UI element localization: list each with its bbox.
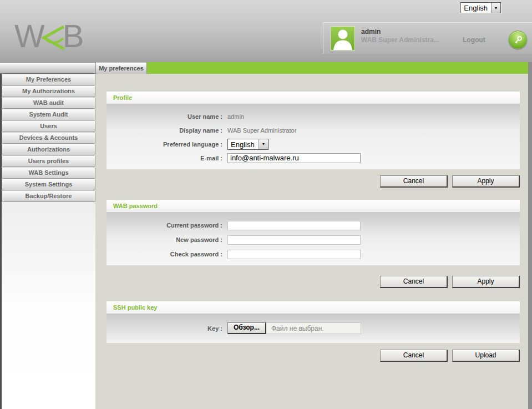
email-input[interactable]	[227, 153, 361, 163]
ssh-key-section-title: SSH public key	[107, 301, 520, 314]
wab-password-section: WAB password Current password : New pass…	[107, 200, 520, 265]
display-name-value: WAB Super Administrator	[227, 127, 296, 134]
current-password-label: Current password :	[107, 222, 227, 229]
key-icon	[513, 34, 524, 46]
sidebar-item-devices-accounts[interactable]: Devices & Accounts	[2, 132, 95, 144]
current-password-input[interactable]	[227, 221, 361, 230]
password-apply-button[interactable]: Apply	[452, 276, 520, 288]
logout-link[interactable]: Logout	[463, 36, 485, 44]
browse-button[interactable]: Обзор...	[227, 322, 266, 334]
avatar	[331, 26, 355, 51]
sidebar-item-wab-settings[interactable]: WAB Settings	[2, 167, 95, 179]
sidebar-item-authorizations[interactable]: Authorizations	[2, 144, 95, 155]
key-button[interactable]	[509, 31, 527, 49]
sidebar-item-system-settings[interactable]: System Settings	[2, 179, 95, 190]
person-icon	[331, 27, 354, 50]
wab-logo: W B	[14, 20, 83, 52]
sidebar-item-backup-restore[interactable]: Backup/Restore	[2, 190, 95, 202]
language-select-value: English	[461, 3, 491, 13]
ssh-upload-button[interactable]: Upload	[452, 350, 520, 362]
check-password-input[interactable]	[227, 250, 361, 259]
user-name-value: admin	[227, 113, 244, 120]
profile-cancel-button[interactable]: Cancel	[380, 175, 448, 188]
right-edge-strip	[528, 62, 532, 74]
password-cancel-button[interactable]: Cancel	[380, 276, 448, 288]
tab-my-preferences[interactable]: My preferences	[95, 62, 147, 74]
logo-letter-b: B	[63, 20, 83, 52]
sidebar-item-system-audit[interactable]: System Audit	[2, 109, 95, 120]
preferred-language-value: English	[228, 139, 259, 149]
preferred-language-select[interactable]: English ▼	[227, 139, 268, 150]
dropdown-arrow-icon[interactable]: ▼	[491, 3, 500, 13]
profile-apply-button[interactable]: Apply	[452, 175, 520, 188]
new-password-label: New password :	[107, 236, 227, 243]
sidebar-item-my-authorizations[interactable]: My Authorizations	[2, 85, 95, 97]
sidebar-item-users-profiles[interactable]: Users profiles	[2, 155, 95, 167]
tab-bar: My preferences	[0, 62, 532, 74]
sidebar-item-users[interactable]: Users	[2, 120, 95, 132]
tab-bar-fill	[147, 62, 528, 74]
new-password-input[interactable]	[227, 235, 361, 245]
ssh-cancel-button[interactable]: Cancel	[380, 350, 448, 362]
dropdown-arrow-icon[interactable]: ▼	[259, 139, 268, 149]
user-name-label: User name :	[107, 113, 227, 120]
page-header: English ▼ W B admin WAB Super Administra…	[0, 0, 532, 62]
profile-section: Profile User name : admin Display name :…	[107, 92, 520, 169]
ssh-key-file-input[interactable]: Обзор... Файл не выбран.	[227, 322, 361, 334]
no-file-selected-text: Файл не выбран.	[271, 325, 324, 332]
check-password-label: Check password :	[107, 251, 227, 257]
sidebar-item-my-preferences[interactable]: My Preferences	[2, 74, 95, 85]
ssh-key-label: Key :	[107, 325, 227, 332]
sidebar: My Preferences My Authorizations WAB aud…	[0, 74, 95, 409]
main-content: Profile User name : admin Display name :…	[95, 74, 528, 409]
profile-section-title: Profile	[107, 92, 520, 104]
preferred-language-label: Preferred language :	[107, 141, 227, 148]
email-label: E-mail :	[107, 155, 227, 161]
tab-bar-left-strip	[0, 62, 95, 74]
sidebar-item-wab-audit[interactable]: WAB audit	[2, 97, 95, 109]
user-role: WAB Super Administra...	[361, 36, 439, 44]
display-name-label: Display name :	[107, 127, 227, 134]
wab-password-section-title: WAB password	[107, 200, 520, 212]
language-select[interactable]: English ▼	[460, 2, 501, 13]
right-edge-strip	[528, 74, 532, 409]
ssh-key-section: SSH public key Key : Обзор... Файл не вы…	[107, 301, 520, 343]
user-name: admin	[361, 28, 381, 36]
user-panel: admin WAB Super Administra... Logout	[323, 22, 532, 54]
